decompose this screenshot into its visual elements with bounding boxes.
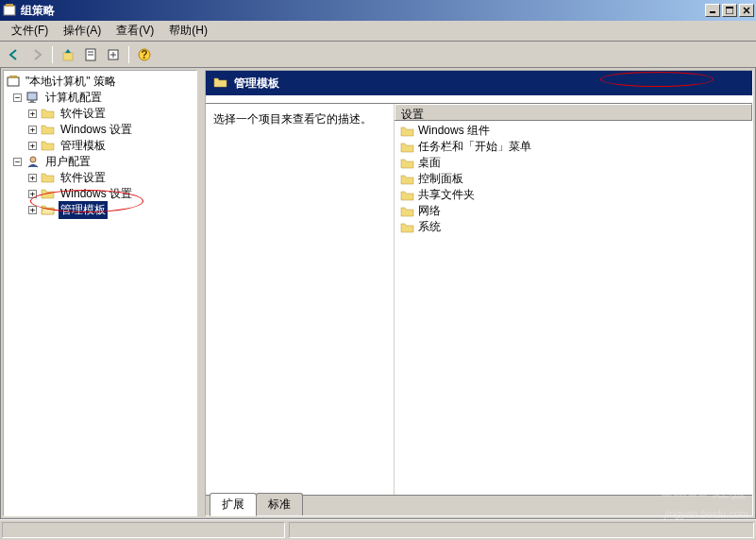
user-icon: [25, 155, 41, 168]
tree-item-software[interactable]: + 软件设置: [6, 170, 194, 185]
collapse-icon[interactable]: −: [13, 93, 22, 102]
status-cell: [289, 522, 754, 538]
expand-icon[interactable]: +: [28, 206, 37, 214]
header-title: 管理模板: [234, 76, 279, 92]
folder-icon: [400, 189, 415, 202]
list-item-label: 网络: [418, 203, 441, 219]
list-item[interactable]: 控制面板: [396, 171, 750, 187]
menubar: 文件(F) 操作(A) 查看(V) 帮助(H): [0, 21, 756, 42]
collapse-icon[interactable]: −: [13, 158, 22, 166]
forward-button: [26, 44, 47, 65]
folder-icon: [41, 139, 56, 152]
list-item[interactable]: 任务栏和「开始」菜单: [396, 139, 750, 155]
app-icon: [2, 3, 17, 18]
folder-icon: [213, 76, 228, 92]
tree-item-admin[interactable]: + 管理模板: [6, 138, 194, 153]
toolbar: ?: [0, 42, 756, 68]
window-title: 组策略: [21, 3, 703, 19]
list-item-label: 系统: [418, 219, 441, 235]
list-item[interactable]: 网络: [396, 203, 750, 219]
back-button[interactable]: [4, 44, 25, 65]
list-item-label: 共享文件夹: [418, 187, 475, 203]
svg-rect-1: [6, 4, 13, 7]
splitter[interactable]: [199, 68, 203, 518]
tree: "本地计算机" 策略 − 计算机配置 + 软件设置 + Windows 设置: [4, 71, 196, 220]
list-item[interactable]: 共享文件夹: [396, 187, 750, 203]
window-controls: [703, 4, 754, 17]
folder-open-icon: [41, 203, 56, 216]
svg-rect-14: [8, 77, 19, 86]
minimize-button[interactable]: [705, 4, 720, 17]
maximize-button[interactable]: [722, 4, 737, 17]
svg-rect-15: [9, 76, 17, 78]
help-button[interactable]: ?: [134, 44, 155, 65]
toolbar-separator: [52, 46, 53, 63]
statusbar: [0, 519, 756, 540]
toolbar-separator: [128, 46, 129, 63]
policy-icon: [6, 75, 21, 88]
menu-view[interactable]: 查看(V): [109, 21, 161, 41]
description-panel: 选择一个项目来查看它的描述。: [206, 104, 395, 495]
list-header: 设置: [395, 104, 752, 121]
expand-icon[interactable]: +: [28, 174, 37, 182]
status-cell: [2, 522, 285, 538]
menu-action[interactable]: 操作(A): [56, 21, 109, 41]
list-item[interactable]: 桌面: [396, 155, 750, 171]
folder-icon: [400, 205, 415, 218]
folder-icon: [400, 141, 415, 154]
tree-item-windows[interactable]: + Windows 设置: [6, 122, 194, 137]
export-button[interactable]: [103, 44, 124, 65]
svg-rect-7: [63, 53, 73, 60]
titlebar: 组策略: [0, 0, 756, 21]
menu-help[interactable]: 帮助(H): [161, 21, 215, 41]
svg-rect-0: [4, 6, 15, 15]
tab-standard[interactable]: 标准: [256, 493, 303, 515]
svg-text:?: ?: [141, 48, 147, 61]
expand-icon[interactable]: +: [28, 142, 37, 150]
tree-computer-config[interactable]: − 计算机配置: [6, 90, 194, 105]
tree-panel[interactable]: "本地计算机" 策略 − 计算机配置 + 软件设置 + Windows 设置: [3, 70, 197, 516]
tree-label: 管理模板: [59, 201, 108, 219]
folder-icon: [41, 187, 56, 200]
list-item[interactable]: Windows 组件: [396, 123, 750, 139]
folder-icon: [400, 221, 415, 234]
column-header-setting[interactable]: 设置: [395, 104, 752, 120]
list-panel[interactable]: 设置 Windows 组件 任务栏和「开始」菜单 桌面 控制面板 共享文件夹 网…: [395, 104, 752, 495]
folder-icon: [400, 157, 415, 170]
tabs: 扩展 标准: [206, 495, 752, 515]
right-panel: 管理模板 选择一个项目来查看它的描述。 设置 Windows 组件 任务栏和「开…: [205, 70, 753, 516]
expand-icon[interactable]: +: [28, 126, 37, 134]
list-item-label: 任务栏和「开始」菜单: [418, 139, 531, 155]
menu-file[interactable]: 文件(F): [4, 21, 56, 41]
svg-rect-17: [30, 100, 34, 102]
list-body: Windows 组件 任务栏和「开始」菜单 桌面 控制面板 共享文件夹 网络 系…: [395, 121, 752, 237]
close-button[interactable]: [739, 4, 754, 17]
svg-point-19: [30, 157, 36, 162]
tree-item-software[interactable]: + 软件设置: [6, 106, 194, 121]
list-item-label: 控制面板: [418, 171, 463, 187]
tree-root[interactable]: "本地计算机" 策略: [6, 74, 194, 89]
folder-icon: [41, 107, 56, 120]
tree-item-admin-selected[interactable]: + 管理模板: [6, 202, 194, 217]
right-header: 管理模板: [206, 71, 752, 95]
properties-button[interactable]: [80, 44, 101, 65]
description-text: 选择一个项目来查看它的描述。: [213, 112, 372, 126]
expand-icon[interactable]: +: [28, 190, 37, 198]
folder-icon: [41, 123, 56, 136]
computer-icon: [25, 91, 41, 104]
tab-extended[interactable]: 扩展: [210, 493, 257, 516]
tree-item-windows[interactable]: + Windows 设置: [6, 186, 194, 201]
list-item-label: 桌面: [418, 155, 441, 171]
folder-icon: [41, 171, 56, 184]
list-item[interactable]: 系统: [396, 219, 750, 235]
svg-rect-16: [27, 93, 37, 100]
svg-rect-18: [28, 102, 36, 103]
tree-user-config[interactable]: − 用户配置: [6, 154, 194, 169]
folder-icon: [400, 173, 415, 186]
expand-icon[interactable]: +: [28, 110, 37, 118]
folder-icon: [400, 125, 415, 138]
right-body: 选择一个项目来查看它的描述。 设置 Windows 组件 任务栏和「开始」菜单 …: [206, 103, 752, 495]
list-item-label: Windows 组件: [418, 123, 490, 139]
up-button[interactable]: [58, 44, 78, 65]
main-area: "本地计算机" 策略 − 计算机配置 + 软件设置 + Windows 设置: [0, 68, 756, 519]
